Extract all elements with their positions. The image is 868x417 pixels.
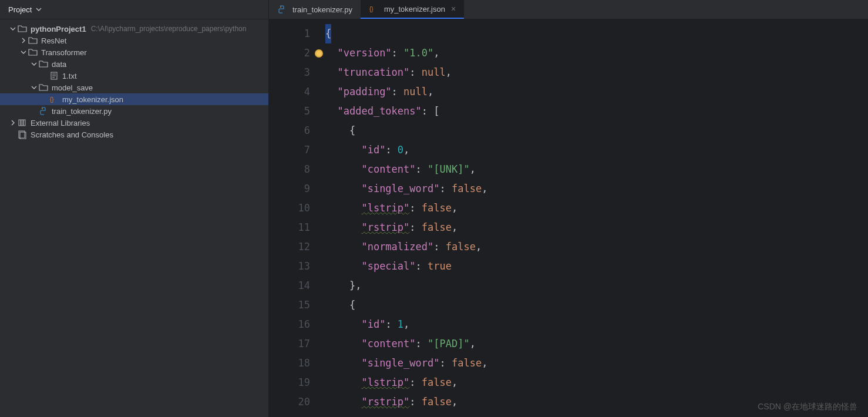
json-file-icon: {} <box>49 95 59 104</box>
line-number: 11 <box>269 218 310 237</box>
code-line: "lstrip": false, <box>325 199 868 218</box>
chevron-down-icon <box>31 60 38 68</box>
folder-icon <box>28 36 38 45</box>
chevron-right-icon <box>20 37 27 44</box>
line-number: 8 <box>269 160 310 179</box>
tree-item-my-tokenizer[interactable]: {} my_tokenizer.json <box>0 93 268 105</box>
line-number: 17 <box>269 334 310 354</box>
tree-item-train-tokenizer[interactable]: train_tokenizer.py <box>0 105 268 117</box>
tree-label: External Libraries <box>31 119 90 127</box>
svg-rect-7 <box>21 120 23 126</box>
tab-train-tokenizer[interactable]: train_tokenizer.py <box>269 0 361 19</box>
project-tool-window: Project pythonProject1 C:\AI\pycharm_pro… <box>0 0 269 417</box>
line-number: 3 <box>269 63 310 82</box>
line-number: 7 <box>269 140 310 160</box>
code-line: "special": true <box>325 257 868 276</box>
line-number: 4 <box>269 82 310 102</box>
line-number: 9 <box>269 179 310 199</box>
tab-label: train_tokenizer.py <box>292 5 352 14</box>
code-line: "truncation": null, <box>325 63 868 82</box>
chevron-right-icon <box>9 119 16 126</box>
code-line: "single_word": false, <box>325 354 868 373</box>
tree-item-model-save[interactable]: model_save <box>0 82 268 93</box>
tree-item-external-libs[interactable]: External Libraries <box>0 117 268 129</box>
svg-point-11 <box>280 6 281 8</box>
svg-text:{}: {} <box>50 96 54 103</box>
folder-icon <box>28 48 38 57</box>
tree-label: Transoformer <box>41 48 87 57</box>
code-content[interactable]: { "version": "1.0", "truncation": null, … <box>322 19 868 417</box>
line-number: 18 <box>269 354 310 373</box>
code-line: { <box>325 295 868 315</box>
chevron-down-icon <box>35 6 42 13</box>
tree-label: 1.txt <box>62 72 77 80</box>
line-number: 1 <box>269 24 310 43</box>
chevron-down-icon <box>20 49 27 56</box>
code-line: }, <box>325 276 868 295</box>
cursor: { <box>325 24 331 43</box>
code-line: "added_tokens": [ <box>325 102 868 121</box>
line-number: 14 <box>269 276 310 295</box>
tree-item-data[interactable]: data <box>0 58 268 70</box>
line-number: 13 <box>269 257 310 276</box>
tree-item-txt[interactable]: 1.txt <box>0 70 268 82</box>
library-icon <box>18 118 27 127</box>
close-icon[interactable]: × <box>451 4 456 14</box>
tree-label: ResNet <box>41 36 66 45</box>
code-line: { <box>325 24 868 43</box>
code-line: { <box>325 121 868 140</box>
line-number: 20 <box>269 392 310 412</box>
line-number: 19 <box>269 373 310 392</box>
code-line: "content": "[PAD]", <box>325 334 868 354</box>
watermark: CSDN @在地球迷路的怪兽 <box>758 402 857 412</box>
folder-icon <box>18 24 27 33</box>
code-line: "single_word": false, <box>325 179 868 199</box>
code-editor[interactable]: 1 2 3 4 5 6 7 8 9 10 11 12 13 14 15 16 1… <box>269 19 868 417</box>
line-number: 10 <box>269 199 310 218</box>
text-file-icon <box>49 71 59 80</box>
svg-rect-6 <box>19 120 21 126</box>
tab-label: my_tokenizer.json <box>384 5 445 14</box>
tree-item-scratches[interactable]: Scratches and Consoles <box>0 129 268 140</box>
tree-path: C:\AI\pycharm_projects\reproduce_papers\… <box>91 25 247 33</box>
tree-label: model_save <box>52 83 93 92</box>
json-file-icon: {} <box>369 4 378 14</box>
project-header[interactable]: Project <box>0 0 268 19</box>
tab-my-tokenizer[interactable]: {} my_tokenizer.json × <box>361 0 464 19</box>
tree-label: Scratches and Consoles <box>31 130 113 139</box>
code-line: "rstrip": false, <box>325 218 868 237</box>
tree-label: my_tokenizer.json <box>62 95 123 104</box>
code-line: "normalized": false, <box>325 237 868 257</box>
bulb-icon[interactable] <box>315 49 323 58</box>
svg-rect-8 <box>23 120 25 126</box>
tree-label: train_tokenizer.py <box>52 107 112 116</box>
tree-item-resnet[interactable]: ResNet <box>0 35 268 46</box>
code-line: "id": 0, <box>325 140 868 160</box>
line-number: 2 <box>269 43 310 63</box>
editor-tabs: train_tokenizer.py {} my_tokenizer.json … <box>269 0 868 19</box>
code-line: "lstrip": false, <box>325 373 868 392</box>
chevron-down-icon <box>31 84 38 91</box>
svg-point-5 <box>42 108 43 109</box>
line-number: 5 <box>269 102 310 121</box>
gutter: 1 2 3 4 5 6 7 8 9 10 11 12 13 14 15 16 1… <box>269 19 322 417</box>
code-line: "padding": null, <box>325 82 868 102</box>
tree-label: data <box>52 60 66 69</box>
code-line: "content": "[UNK]", <box>325 160 868 179</box>
tree-label: pythonProject1 <box>31 25 86 33</box>
python-file-icon <box>39 106 48 116</box>
line-number: 16 <box>269 315 310 334</box>
editor-area: train_tokenizer.py {} my_tokenizer.json … <box>269 0 868 417</box>
folder-icon <box>39 83 48 92</box>
tree-item-transformer[interactable]: Transoformer <box>0 46 268 58</box>
line-number: 6 <box>269 121 310 140</box>
tree-root[interactable]: pythonProject1 C:\AI\pycharm_projects\re… <box>0 23 268 35</box>
code-line: "version": "1.0", <box>325 43 868 63</box>
line-number: 12 <box>269 237 310 257</box>
project-tree: pythonProject1 C:\AI\pycharm_projects\re… <box>0 19 268 140</box>
line-number: 15 <box>269 295 310 315</box>
svg-text:{}: {} <box>369 6 374 12</box>
chevron-down-icon <box>9 25 16 32</box>
python-file-icon <box>277 5 287 14</box>
folder-icon <box>39 59 48 69</box>
